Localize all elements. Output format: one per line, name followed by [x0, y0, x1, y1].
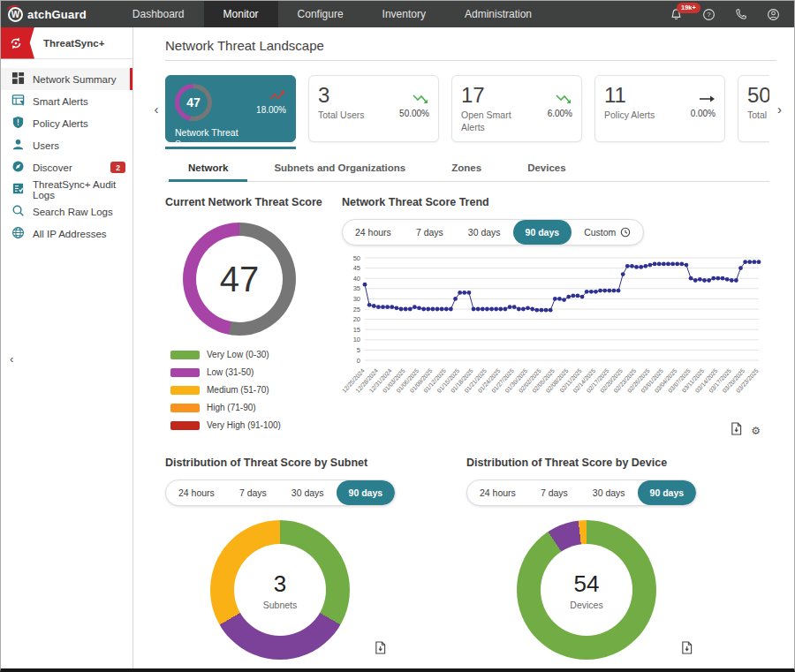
svg-text:20: 20: [353, 315, 360, 323]
clock-icon: [620, 227, 631, 238]
svg-text:25: 25: [353, 306, 360, 313]
threat-score-gauge: 47: [183, 223, 296, 336]
export-icon[interactable]: [681, 641, 693, 658]
legend-item: High (71-90): [170, 403, 342, 412]
legend-item: Medium (51-70): [170, 385, 342, 395]
range-24-hours[interactable]: 24 hours: [343, 220, 404, 245]
card-open-smart-alerts[interactable]: 17 Open Smart Alerts 6.00%: [451, 75, 582, 142]
sidebar-collapse-icon[interactable]: ‹: [10, 352, 13, 366]
tab-network[interactable]: Network: [165, 155, 251, 181]
watchguard-logo[interactable]: W atchGuard: [1, 1, 99, 27]
trend-down-icon: [413, 94, 429, 104]
sidebar-item-audit-logs[interactable]: ThreatSync+ Audit Logs: [1, 178, 132, 200]
svg-text:10: 10: [353, 336, 360, 344]
sidebar-badge: 2: [110, 162, 125, 173]
donut-center-label: Subnets: [263, 600, 298, 610]
donut-center-value: 3: [274, 570, 286, 598]
carousel-prev-icon[interactable]: ‹: [148, 102, 165, 117]
range-7-days[interactable]: 7 days: [404, 220, 456, 245]
sidebar-item-discover[interactable]: Discover 2: [1, 156, 132, 178]
sidebar-item-network-summary[interactable]: Network Summary: [1, 68, 132, 90]
compass-icon: [11, 160, 25, 175]
export-icon[interactable]: [731, 422, 742, 439]
carousel-next-icon[interactable]: ›: [777, 102, 782, 117]
sidebar-item-label: Users: [33, 140, 59, 151]
range-30-days[interactable]: 30 days: [580, 480, 638, 505]
nav-inventory[interactable]: Inventory: [363, 1, 445, 27]
subnet-distribution-donut: 3 Subnets: [210, 520, 350, 660]
shield-alert-icon: [11, 116, 25, 131]
trend-flat-icon: [699, 94, 716, 104]
export-icon[interactable]: [375, 641, 386, 658]
trend-chart: 0510152025303540455012/25/202412/28/2024…: [342, 253, 768, 417]
threat-score-trend-section: Network Threat Score Trend 24 hours 7 da…: [342, 196, 769, 439]
summary-cards-carousel: ‹ 47 Network Threat Score 18.00% 3: [148, 68, 769, 149]
sidebar-item-smart-alerts[interactable]: Smart Alerts: [1, 90, 132, 112]
brand-text: atchGuard: [27, 8, 87, 21]
range-7-days[interactable]: 7 days: [227, 480, 279, 505]
nav-dashboard[interactable]: Dashboard: [113, 1, 204, 27]
sidebar-item-label: Smart Alerts: [33, 96, 88, 107]
legend-swatch: [170, 386, 200, 395]
card-total-devices[interactable]: 500 Total Devices: [738, 75, 769, 142]
svg-text:0: 0: [357, 357, 360, 365]
gear-icon[interactable]: ⚙: [751, 426, 761, 436]
bell-icon[interactable]: 19k+: [670, 8, 683, 21]
range-24-hours[interactable]: 24 hours: [166, 480, 227, 505]
sidebar-item-policy-alerts[interactable]: Policy Alerts: [1, 112, 132, 134]
card-policy-alerts[interactable]: 11 Policy Alerts 0.00%: [594, 75, 725, 142]
subnet-dist-title: Distribution of Threat Score by Subnet: [165, 457, 466, 469]
view-tabs: Network Subnets and Organizations Zones …: [165, 155, 769, 182]
sidebar-item-search-raw-logs[interactable]: Search Raw Logs: [1, 200, 132, 223]
card-delta: 50.00%: [399, 109, 429, 118]
card-delta: 18.00%: [256, 105, 286, 115]
legend-item: Very Low (0-30): [170, 350, 342, 359]
range-custom[interactable]: Custom: [572, 220, 643, 245]
audit-log-icon: [11, 182, 25, 197]
card-network-threat-score[interactable]: 47 Network Threat Score 18.00%: [165, 75, 296, 142]
nav-configure[interactable]: Configure: [278, 1, 363, 27]
range-7-days[interactable]: 7 days: [528, 480, 580, 505]
user-icon: [11, 138, 25, 153]
sidebar-item-users[interactable]: Users: [1, 134, 132, 156]
trend-down-icon: [556, 94, 572, 104]
legend-item: Low (31-50): [170, 367, 342, 377]
range-24-hours[interactable]: 24 hours: [467, 480, 528, 505]
sidebar-item-label: Policy Alerts: [33, 118, 88, 129]
gauge-title: Current Network Threat Score: [165, 196, 342, 208]
tab-subnets-and-organizations[interactable]: Subnets and Organizations: [251, 155, 428, 181]
current-threat-score-section: Current Network Threat Score 47 Very Low…: [165, 196, 342, 439]
threatsync-sync-icon: [1, 27, 34, 59]
help-icon[interactable]: ?: [702, 8, 716, 21]
svg-text:?: ?: [707, 11, 711, 19]
account-icon[interactable]: [767, 8, 780, 21]
range-90-days[interactable]: 90 days: [513, 220, 572, 245]
svg-text:50: 50: [353, 254, 360, 262]
range-30-days[interactable]: 30 days: [279, 480, 337, 505]
device-distribution-section: Distribution of Threat Score by Device 2…: [466, 457, 790, 668]
title-divider: [165, 60, 776, 61]
nav-monitor[interactable]: Monitor: [204, 1, 278, 27]
search-icon: [11, 204, 25, 219]
sidebar-item-all-ip-addresses[interactable]: All IP Addresses: [1, 223, 132, 245]
range-90-days[interactable]: 90 days: [638, 480, 697, 505]
phone-icon[interactable]: [735, 8, 747, 20]
legend-swatch: [170, 404, 200, 412]
nav-administration[interactable]: Administration: [445, 1, 551, 27]
range-90-days[interactable]: 90 days: [337, 480, 396, 505]
card-label: Total Users: [318, 109, 389, 121]
main-nav: Dashboard Monitor Configure Inventory Ad…: [113, 1, 551, 27]
range-30-days[interactable]: 30 days: [456, 220, 513, 245]
svg-text:40: 40: [353, 275, 360, 283]
notification-badge: 19k+: [677, 3, 700, 13]
donut-center-label: Devices: [570, 600, 602, 610]
donut-center-value: 54: [574, 570, 600, 598]
trend-title: Network Threat Score Trend: [342, 196, 769, 208]
card-total-users[interactable]: 3 Total Users 50.00%: [308, 75, 439, 142]
card-label: Total Devices: [747, 109, 769, 121]
trend-up-icon: [269, 90, 286, 101]
main-content: Network Threat Landscape ‹ 47 Network Th…: [133, 27, 794, 668]
tab-zones[interactable]: Zones: [428, 155, 504, 181]
tab-devices[interactable]: Devices: [504, 155, 588, 181]
card-delta: 6.00%: [548, 109, 572, 118]
